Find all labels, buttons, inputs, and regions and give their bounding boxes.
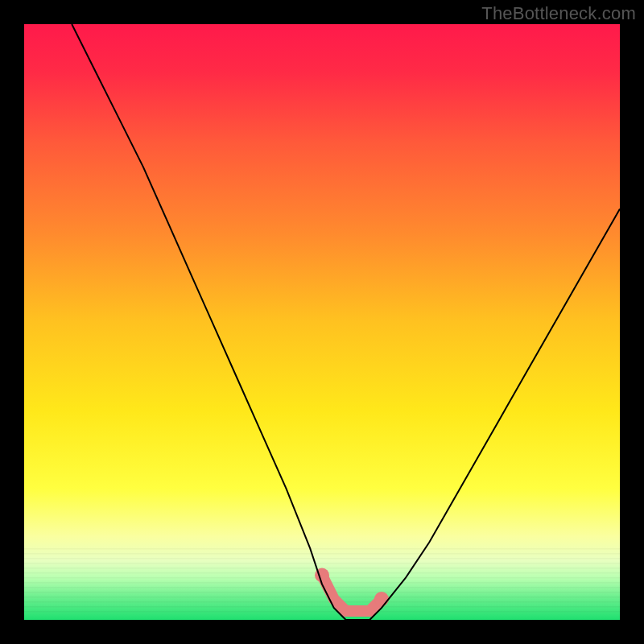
svg-rect-2 (24, 558, 620, 559)
chart-background (24, 24, 620, 620)
svg-rect-12 (24, 606, 620, 607)
watermark-text: TheBottleneck.com (481, 3, 636, 24)
svg-rect-0 (24, 548, 620, 549)
svg-rect-9 (24, 592, 620, 592)
svg-rect-13 (24, 611, 620, 612)
svg-point-14 (374, 592, 389, 606)
chart-plot (24, 24, 620, 620)
svg-rect-1 (24, 553, 620, 554)
svg-rect-11 (24, 601, 620, 602)
svg-rect-3 (24, 563, 620, 564)
svg-rect-10 (24, 597, 620, 597)
